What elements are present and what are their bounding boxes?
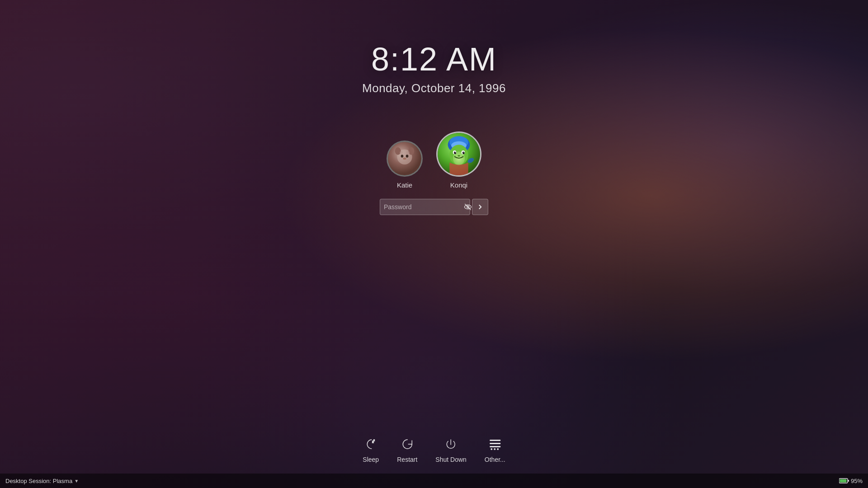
svg-point-19 <box>455 151 456 152</box>
svg-rect-30 <box>490 443 500 444</box>
sleep-button[interactable]: z z Sleep <box>363 436 379 463</box>
svg-rect-31 <box>490 446 500 447</box>
svg-point-32 <box>491 448 492 450</box>
svg-point-21 <box>458 155 460 157</box>
avatar-katie <box>387 141 423 177</box>
users-section: Katie <box>380 131 488 215</box>
other-icon <box>487 436 503 452</box>
user-katie[interactable]: Katie <box>387 141 423 189</box>
password-section <box>380 199 488 215</box>
sleep-icon: z z <box>363 436 379 452</box>
password-input[interactable] <box>384 203 463 211</box>
taskbar: Desktop Session: Plasma ▼ 95% <box>0 474 868 488</box>
svg-point-5 <box>406 155 409 157</box>
konqi-name: Konqi <box>450 181 467 189</box>
restart-label: Restart <box>397 456 417 463</box>
katie-name: Katie <box>397 181 412 189</box>
svg-point-33 <box>494 448 495 450</box>
svg-point-6 <box>403 158 406 160</box>
svg-text:z: z <box>373 439 375 441</box>
svg-rect-29 <box>490 440 500 441</box>
battery-percentage: 95% <box>851 478 863 484</box>
bottom-actions: z z Sleep Restart Shut Down <box>363 436 505 463</box>
session-label: Desktop Session: Plasma <box>5 478 72 484</box>
shutdown-button[interactable]: Shut Down <box>435 436 466 463</box>
session-dropdown-arrow: ▼ <box>74 479 79 483</box>
password-submit-button[interactable] <box>472 199 488 215</box>
svg-point-8 <box>406 151 410 154</box>
svg-point-7 <box>400 151 403 154</box>
other-button[interactable]: Other... <box>485 436 505 463</box>
svg-point-34 <box>497 448 499 450</box>
svg-point-4 <box>401 155 404 157</box>
main-content: 8:12 AM Monday, October 14, 1996 <box>0 0 868 488</box>
svg-point-20 <box>463 151 464 152</box>
date-display: Monday, October 14, 1996 <box>362 81 506 95</box>
restart-button[interactable]: Restart <box>397 436 417 463</box>
toggle-password-visibility-button[interactable] <box>463 203 473 211</box>
session-selector[interactable]: Desktop Session: Plasma ▼ <box>5 478 79 484</box>
svg-rect-37 <box>840 479 846 483</box>
other-label: Other... <box>485 456 505 463</box>
user-konqi[interactable]: Konqi <box>436 131 481 189</box>
restart-icon <box>399 436 415 452</box>
avatar-konqi <box>436 131 481 177</box>
battery-indicator: 95% <box>839 478 863 484</box>
system-tray: 95% <box>839 478 863 484</box>
users-row: Katie <box>387 131 481 189</box>
svg-rect-36 <box>848 480 849 482</box>
sleep-label: Sleep <box>363 456 379 463</box>
password-input-wrap[interactable] <box>380 199 470 215</box>
shutdown-icon <box>443 436 459 452</box>
clock-display: 8:12 AM <box>371 41 497 78</box>
shutdown-label: Shut Down <box>435 456 466 463</box>
